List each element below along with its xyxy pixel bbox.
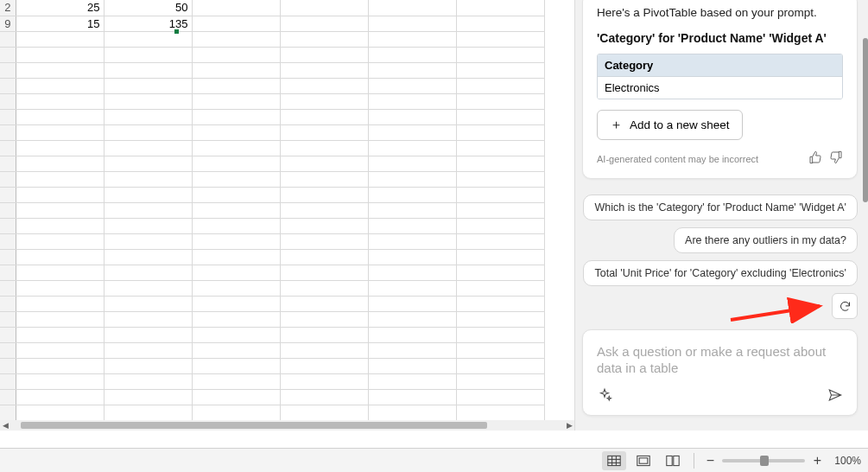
cell[interactable] bbox=[16, 280, 104, 296]
view-normal-button[interactable] bbox=[602, 451, 626, 470]
cell[interactable] bbox=[456, 140, 544, 156]
cell[interactable] bbox=[456, 405, 544, 420]
cell[interactable] bbox=[16, 405, 104, 420]
cell[interactable] bbox=[104, 311, 192, 327]
cell[interactable] bbox=[456, 389, 544, 405]
cell[interactable] bbox=[104, 233, 192, 249]
cell[interactable] bbox=[456, 187, 544, 202]
row-header[interactable] bbox=[0, 233, 16, 249]
cell[interactable] bbox=[456, 358, 544, 373]
cell[interactable] bbox=[456, 373, 544, 389]
cell[interactable] bbox=[104, 296, 192, 311]
cell[interactable] bbox=[192, 311, 280, 327]
cell[interactable] bbox=[280, 389, 368, 405]
cell[interactable] bbox=[280, 405, 368, 420]
cell[interactable]: 50 bbox=[104, 0, 192, 16]
cell[interactable] bbox=[104, 156, 192, 171]
cell[interactable] bbox=[456, 233, 544, 249]
add-to-new-sheet-button[interactable]: ＋ Add to a new sheet bbox=[597, 110, 743, 140]
cell[interactable] bbox=[16, 124, 104, 140]
cell[interactable] bbox=[368, 62, 456, 78]
view-page-break-button[interactable] bbox=[661, 451, 685, 470]
cell[interactable] bbox=[104, 218, 192, 233]
cell[interactable] bbox=[104, 47, 192, 62]
cell[interactable] bbox=[104, 373, 192, 389]
send-icon[interactable] bbox=[827, 387, 843, 406]
cell[interactable] bbox=[16, 202, 104, 218]
cell[interactable] bbox=[280, 187, 368, 202]
thumbs-up-icon[interactable] bbox=[808, 150, 822, 168]
cell[interactable] bbox=[104, 187, 192, 202]
cell[interactable] bbox=[104, 280, 192, 296]
row-header[interactable] bbox=[0, 187, 16, 202]
suggestion-chip[interactable]: Which is the 'Category' for 'Product Nam… bbox=[583, 195, 858, 220]
cell[interactable] bbox=[368, 16, 456, 31]
cell[interactable] bbox=[16, 140, 104, 156]
cell[interactable] bbox=[368, 389, 456, 405]
panel-scrollbar[interactable] bbox=[863, 0, 868, 431]
cell[interactable]: 25 bbox=[16, 0, 104, 16]
cell[interactable] bbox=[16, 187, 104, 202]
horizontal-scrollbar[interactable]: ◀ ▶ bbox=[0, 420, 574, 431]
zoom-value[interactable]: 100% bbox=[834, 455, 861, 467]
cell[interactable] bbox=[192, 389, 280, 405]
cell[interactable] bbox=[16, 233, 104, 249]
refresh-suggestions-button[interactable] bbox=[832, 293, 858, 319]
cell[interactable] bbox=[368, 233, 456, 249]
row-header[interactable] bbox=[0, 62, 16, 78]
cell[interactable] bbox=[192, 327, 280, 342]
cell[interactable] bbox=[16, 156, 104, 171]
zoom-slider[interactable] bbox=[722, 459, 805, 462]
row-header[interactable] bbox=[0, 405, 16, 420]
cell[interactable] bbox=[456, 31, 544, 47]
zoom-slider-knob[interactable] bbox=[760, 456, 769, 466]
row-header[interactable] bbox=[0, 47, 16, 62]
cell[interactable] bbox=[192, 280, 280, 296]
scroll-track[interactable] bbox=[21, 420, 554, 431]
cell[interactable] bbox=[104, 109, 192, 124]
cell[interactable] bbox=[192, 171, 280, 187]
cell[interactable] bbox=[104, 93, 192, 109]
cell[interactable] bbox=[192, 62, 280, 78]
cell[interactable] bbox=[192, 93, 280, 109]
scroll-right-arrow[interactable]: ▶ bbox=[564, 420, 574, 431]
cell[interactable] bbox=[192, 187, 280, 202]
cell[interactable] bbox=[192, 156, 280, 171]
cell[interactable] bbox=[368, 0, 456, 16]
row-header[interactable] bbox=[0, 218, 16, 233]
cell[interactable] bbox=[104, 202, 192, 218]
cell[interactable] bbox=[280, 311, 368, 327]
row-header[interactable] bbox=[0, 78, 16, 93]
cell[interactable] bbox=[280, 0, 368, 16]
cell[interactable] bbox=[456, 342, 544, 358]
cell[interactable] bbox=[456, 109, 544, 124]
cell[interactable] bbox=[456, 16, 544, 31]
row-header[interactable] bbox=[0, 249, 16, 265]
cell[interactable] bbox=[192, 218, 280, 233]
cell[interactable] bbox=[368, 93, 456, 109]
cell[interactable] bbox=[280, 342, 368, 358]
row-header[interactable] bbox=[0, 342, 16, 358]
cell[interactable] bbox=[16, 78, 104, 93]
cell[interactable] bbox=[456, 327, 544, 342]
scroll-left-arrow[interactable]: ◀ bbox=[0, 420, 10, 431]
cell[interactable] bbox=[192, 265, 280, 280]
cell[interactable] bbox=[192, 358, 280, 373]
zoom-in-button[interactable]: + bbox=[810, 453, 824, 469]
cell[interactable] bbox=[368, 296, 456, 311]
cell[interactable] bbox=[104, 62, 192, 78]
cell[interactable] bbox=[16, 296, 104, 311]
cell[interactable] bbox=[192, 140, 280, 156]
cell[interactable] bbox=[368, 171, 456, 187]
cell[interactable] bbox=[280, 62, 368, 78]
active-cell-handle[interactable] bbox=[174, 29, 179, 34]
cell[interactable] bbox=[368, 280, 456, 296]
cell[interactable] bbox=[280, 249, 368, 265]
cell[interactable] bbox=[456, 265, 544, 280]
cell[interactable] bbox=[16, 171, 104, 187]
scroll-thumb[interactable] bbox=[21, 422, 487, 429]
cell[interactable] bbox=[280, 171, 368, 187]
cell[interactable] bbox=[16, 31, 104, 47]
cell[interactable] bbox=[280, 327, 368, 342]
cell[interactable] bbox=[16, 311, 104, 327]
